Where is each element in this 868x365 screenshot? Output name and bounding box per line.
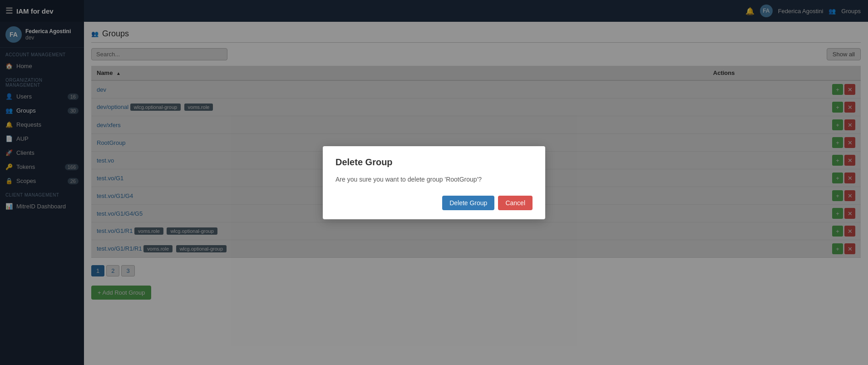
cancel-button[interactable]: Cancel — [498, 196, 533, 210]
delete-group-button[interactable]: Delete Group — [442, 196, 494, 210]
modal-overlay: Delete Group Are you sure you want to de… — [0, 0, 868, 365]
modal-body: Are you sure you want to delete group 'R… — [335, 176, 533, 183]
modal-footer: Delete Group Cancel — [335, 196, 533, 210]
delete-group-modal: Delete Group Are you sure you want to de… — [323, 146, 545, 219]
modal-title: Delete Group — [335, 157, 533, 168]
